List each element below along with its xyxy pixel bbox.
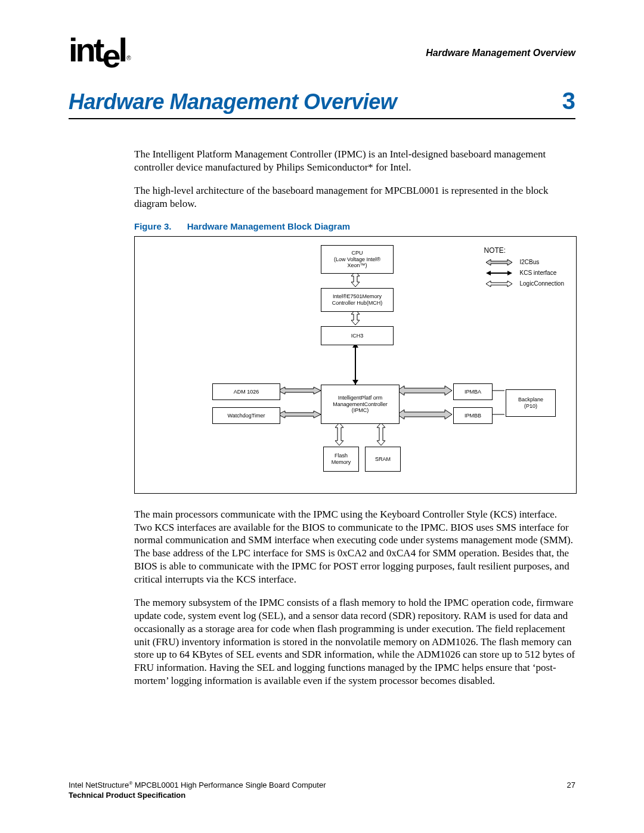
figure-title: Hardware Management Block Diagram — [187, 221, 350, 231]
cpu-box: CPU (Low Voltage Intel® Xeon™) — [321, 245, 394, 274]
legend-kcs: KCS interface — [520, 270, 557, 276]
legend-logic: LogicConnection — [520, 280, 565, 287]
mch-box: Intel®E7501Memory Controller Hub(MCH) — [321, 288, 394, 312]
body-paragraph-4: The memory subsystem of the IPMC consist… — [134, 596, 575, 687]
body-paragraph-3: The main processors communicate with the… — [134, 508, 575, 586]
chapter-title: Hardware Management Overview — [69, 89, 397, 114]
adm-label: ADM 1026 — [234, 389, 259, 395]
mch-label: Intel®E7501Memory Controller Hub(MCH) — [332, 293, 383, 306]
ipmba-label: IPMBA — [465, 389, 481, 395]
chapter-heading: Hardware Management Overview 3 — [69, 88, 575, 119]
footer-line1a: Intel NetStructure — [69, 781, 129, 789]
wdt-box: WatchdogTimer — [212, 407, 280, 424]
ipmc-label: IntelligentPlatf orm ManagementControlle… — [333, 395, 388, 413]
sram-box: SRAM — [365, 447, 401, 472]
wdt-label: WatchdogTimer — [228, 413, 265, 419]
legend-i2c: I2CBus — [520, 259, 540, 265]
legend-note: NOTE: — [484, 246, 565, 255]
ipmba-box: IPMBA — [453, 383, 493, 400]
flash-box: Flash Memory — [323, 447, 359, 472]
ich-label: ICH3 — [351, 333, 364, 339]
diagram-legend: NOTE: I2CBus KCS interface — [484, 246, 565, 290]
backplane-label: Backplane (P10) — [518, 397, 543, 409]
adm-box: ADM 1026 — [212, 383, 280, 400]
backplane-box: Backplane (P10) — [506, 389, 556, 417]
ipmbb-label: IPMBB — [465, 413, 481, 419]
figure-caption: Figure 3. Hardware Management Block Diag… — [134, 221, 575, 231]
ipmbb-box: IPMBB — [453, 407, 493, 424]
running-head: Hardware Management Overview — [426, 48, 575, 58]
page-footer: Intel NetStructure® MPCBL0001 High Perfo… — [69, 781, 575, 801]
ipmc-box: IntelligentPlatf orm ManagementControlle… — [321, 385, 400, 424]
figure-number: Figure 3. — [134, 221, 172, 231]
footer-line1b: MPCBL0001 High Performance Single Board … — [132, 781, 326, 789]
chapter-number: 3 — [562, 88, 575, 114]
intro-paragraph-2: The high-level architecture of the baseb… — [134, 184, 575, 210]
page-number: 27 — [567, 781, 575, 801]
flash-label: Flash Memory — [332, 453, 351, 465]
ich-box: ICH3 — [321, 326, 394, 345]
block-diagram: CPU (Low Voltage Intel® Xeon™) Intel®E75… — [134, 236, 577, 494]
sram-label: SRAM — [375, 456, 391, 462]
footer-line2: Technical Product Specification — [69, 791, 185, 800]
intro-paragraph-1: The Intelligent Platform Management Cont… — [134, 148, 575, 174]
cpu-label: CPU (Low Voltage Intel® Xeon™) — [334, 250, 380, 268]
